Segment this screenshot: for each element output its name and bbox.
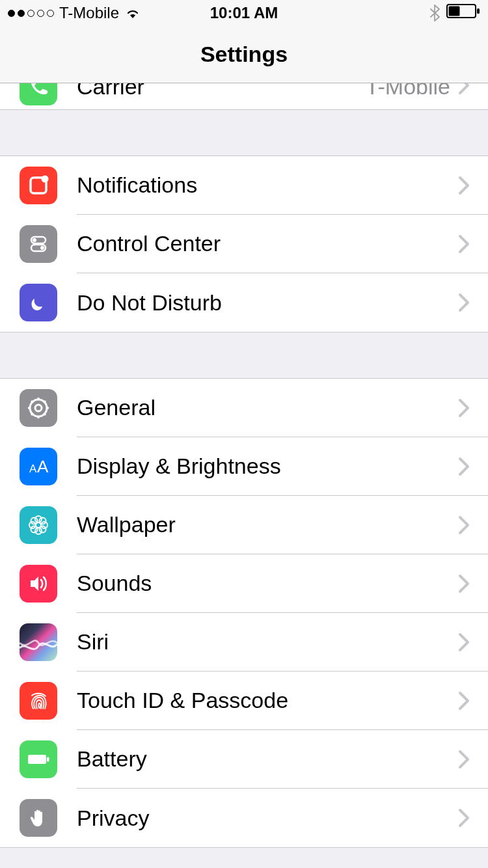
svg-point-24	[29, 522, 36, 528]
row-label: Display & Brightness	[77, 454, 458, 479]
svg-text:A: A	[29, 463, 37, 475]
chevron-right-icon	[458, 515, 470, 535]
status-right	[429, 4, 480, 22]
bluetooth-icon	[429, 5, 440, 21]
chevron-right-icon	[458, 808, 470, 828]
svg-point-26	[31, 518, 38, 524]
svg-rect-31	[47, 757, 49, 762]
phone-icon	[20, 83, 57, 105]
row-label: General	[77, 395, 458, 420]
settings-section: General A A Display & Brightness	[0, 379, 488, 848]
svg-rect-30	[28, 755, 46, 764]
settings-row-siri[interactable]: Siri	[0, 613, 488, 671]
section-spacer	[0, 848, 488, 868]
svg-point-6	[33, 238, 36, 242]
svg-point-29	[40, 518, 46, 524]
notifications-icon	[20, 167, 57, 204]
text-size-icon: A A	[20, 448, 57, 485]
svg-rect-2	[477, 8, 480, 14]
chevron-right-icon	[458, 293, 470, 312]
row-label: Siri	[77, 629, 458, 655]
settings-row-display[interactable]: A A Display & Brightness	[0, 437, 488, 496]
row-label: Battery	[77, 746, 458, 772]
row-label: Sounds	[77, 571, 458, 596]
status-bar: T-Mobile 10:01 AM	[0, 0, 488, 26]
settings-list[interactable]: Carrier T-Mobile Notifications	[0, 83, 488, 868]
row-label: Wallpaper	[77, 512, 458, 537]
svg-point-28	[31, 526, 38, 533]
svg-point-22	[35, 516, 42, 522]
svg-text:A: A	[37, 457, 49, 476]
settings-row-privacy[interactable]: Privacy	[0, 789, 488, 847]
section-spacer	[0, 332, 488, 379]
chevron-right-icon	[458, 632, 470, 652]
speaker-icon	[20, 565, 57, 603]
row-label: Touch ID & Passcode	[77, 688, 458, 713]
siri-icon	[20, 623, 57, 661]
svg-point-4	[42, 176, 49, 183]
flower-icon	[20, 506, 57, 544]
carrier-row-label: Carrier	[77, 83, 366, 100]
settings-row-sounds[interactable]: Sounds	[0, 554, 488, 613]
settings-row-dnd[interactable]: Do Not Disturb	[0, 273, 488, 332]
carrier-row-value: T-Mobile	[366, 83, 450, 100]
settings-row-control-center[interactable]: Control Center	[0, 215, 488, 273]
settings-row-touchid[interactable]: Touch ID & Passcode	[0, 671, 488, 730]
svg-line-17	[31, 413, 33, 415]
control-center-icon	[20, 225, 57, 263]
svg-point-23	[35, 528, 42, 534]
settings-row-carrier[interactable]: Carrier T-Mobile	[0, 83, 488, 110]
chevron-right-icon	[458, 234, 470, 254]
moon-icon	[20, 284, 57, 321]
page-title: Settings	[200, 42, 288, 67]
svg-line-16	[44, 413, 46, 415]
battery-full-icon	[20, 740, 57, 778]
wifi-icon	[124, 7, 141, 20]
chevron-right-icon	[458, 83, 470, 98]
status-time: 10:01 AM	[210, 4, 278, 22]
hand-icon	[20, 799, 57, 837]
chevron-right-icon	[458, 574, 470, 593]
svg-rect-1	[449, 7, 460, 16]
svg-point-8	[40, 246, 44, 250]
chevron-right-icon	[458, 176, 470, 195]
chevron-right-icon	[458, 457, 470, 476]
row-label: Control Center	[77, 231, 458, 256]
row-label: Notifications	[77, 172, 458, 198]
fingerprint-icon	[20, 682, 57, 720]
settings-row-notifications[interactable]: Notifications	[0, 156, 488, 215]
battery-icon	[446, 4, 480, 22]
settings-row-battery[interactable]: Battery	[0, 730, 488, 789]
settings-row-wallpaper[interactable]: Wallpaper	[0, 496, 488, 554]
nav-bar: Settings	[0, 26, 488, 83]
chevron-right-icon	[458, 750, 470, 769]
svg-line-18	[44, 401, 46, 403]
chevron-right-icon	[458, 691, 470, 711]
settings-section: Notifications Control Center	[0, 156, 488, 332]
svg-line-15	[31, 401, 33, 403]
settings-row-general[interactable]: General	[0, 379, 488, 437]
cellular-signal-icon	[8, 10, 54, 17]
carrier-label: T-Mobile	[59, 4, 119, 22]
chevron-right-icon	[458, 398, 470, 418]
status-left: T-Mobile	[8, 4, 141, 22]
row-label: Do Not Disturb	[77, 290, 458, 316]
svg-point-25	[41, 522, 47, 528]
section-spacer	[0, 110, 488, 156]
svg-point-27	[40, 526, 46, 533]
gear-icon	[20, 389, 57, 427]
row-label: Privacy	[77, 806, 458, 831]
svg-point-10	[35, 405, 42, 411]
